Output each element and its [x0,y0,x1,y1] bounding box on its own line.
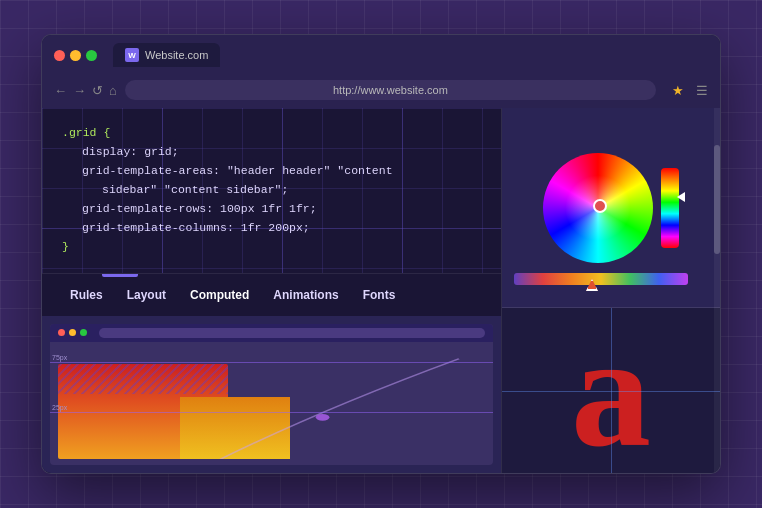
code-line-3: grid-template-areas: "header header" "co… [62,162,481,181]
scrollbar-thumb[interactable] [714,145,720,255]
nav-buttons: ← → ↺ ⌂ [54,83,117,98]
left-panel: .grid { display: grid; grid-template-are… [42,108,502,473]
tab-fonts[interactable]: Fonts [351,282,408,308]
browser-tab[interactable]: W Website.com [113,43,220,67]
preview-url-bar [99,328,485,338]
tab-layout[interactable]: Layout [115,282,178,308]
hue-slider[interactable] [661,168,679,248]
back-button[interactable]: ← [54,83,67,98]
code-line-6: grid-template-columns: 1fr 200px; [62,219,481,238]
preview-close [58,329,65,336]
address-bar-row: ← → ↺ ⌂ http://www.website.com ★ ☰ [42,75,720,108]
maximize-button[interactable] [86,50,97,61]
code-editor: .grid { display: grid; grid-template-are… [42,108,501,273]
favicon: W [125,48,139,62]
ruler-label-1: 75px [52,354,67,361]
color-wheel-dot[interactable] [593,199,607,213]
browser-window: W Website.com ← → ↺ ⌂ http://www.website… [41,34,721,474]
code-line-1: .grid { [62,124,481,143]
forward-button[interactable]: → [73,83,86,98]
ruler-label-2: 25px [52,404,493,411]
minimize-button[interactable] [70,50,81,61]
tab-active-indicator [102,274,138,277]
code-line-4: sidebar" "content sidebar"; [62,181,481,200]
hue-slider-handle [677,192,685,202]
svg-point-0 [316,414,330,421]
gradient-bar-section [514,273,688,289]
browser-content: .grid { display: grid; grid-template-are… [42,108,720,473]
outer-background: W Website.com ← → ↺ ⌂ http://www.website… [0,0,762,508]
preview-title-bar [50,324,493,342]
gradient-bar[interactable] [514,273,688,285]
browser-chrome: W Website.com ← → ↺ ⌂ http://www.website… [42,35,720,108]
browser-titlebar: W Website.com [42,35,720,75]
tabs-nav: Rules Layout Computed Animations Fonts [42,273,501,316]
menu-icon[interactable]: ☰ [696,83,708,98]
right-panel: a [502,108,720,473]
preview-content: 75px 25px [50,342,493,459]
scrollbar[interactable] [714,108,720,473]
preview-minimize [69,329,76,336]
tab-computed[interactable]: Computed [178,282,261,308]
traffic-lights [54,50,97,61]
color-wheel[interactable] [543,153,653,263]
ruler-line-1: 75px [50,362,493,363]
url-text: http://www.website.com [333,84,448,96]
code-line-2: display: grid; [62,143,481,162]
preview-inner: 75px 25px [50,324,493,465]
hue-slider-section [661,168,679,248]
tab-rules[interactable]: Rules [58,282,115,308]
bookmark-icon[interactable]: ★ [672,83,684,98]
ruler-line-2: 25px [50,412,493,413]
typography-section: a [502,308,720,473]
curve-overlay [50,342,493,459]
code-line-5: grid-template-rows: 100px 1fr 1fr; [62,200,481,219]
code-selector: .grid { [62,126,110,139]
code-line-7: } [62,238,481,257]
close-button[interactable] [54,50,65,61]
tab-title: Website.com [145,49,208,61]
url-bar[interactable]: http://www.website.com [125,80,656,100]
code-property-display: display: [82,145,144,158]
bottom-preview: 75px 25px [42,316,501,473]
tab-animations[interactable]: Animations [261,282,350,308]
color-wheel-wrapper [543,153,653,263]
preview-maximize [80,329,87,336]
reload-button[interactable]: ↺ [92,83,103,98]
color-wheel-section [502,108,720,308]
home-button[interactable]: ⌂ [109,83,117,98]
crosshair-vertical [611,308,612,473]
